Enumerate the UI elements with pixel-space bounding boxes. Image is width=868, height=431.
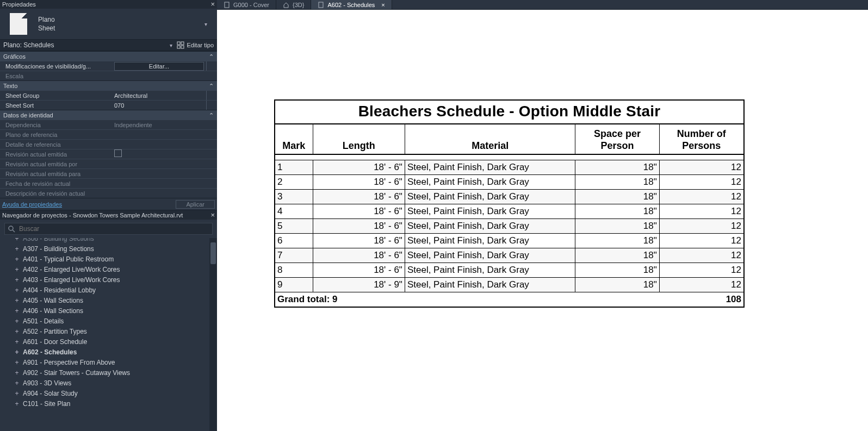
project-browser-header: Navegador de proyectos - Snowdon Towers … <box>0 210 217 220</box>
tree-scrollbar[interactable] <box>209 238 217 431</box>
schedule-grand-total: Grand total: 9 108 <box>275 292 743 307</box>
schedule-header-row: Mark Length Material Space perPerson Num… <box>275 124 743 155</box>
apply-button[interactable]: Aplicar <box>176 200 215 209</box>
expand-icon[interactable]: + <box>14 296 20 306</box>
schedule-row: 818' - 6"Steel, Paint Finish, Dark Gray1… <box>275 263 743 278</box>
type-name: Plano <box>38 15 200 24</box>
instance-label: Plano: Schedules <box>3 41 165 49</box>
search-input[interactable] <box>4 223 213 235</box>
expand-icon[interactable]: + <box>14 327 20 337</box>
schedule-table: Bleachers Schedule - Option Middle Stair… <box>274 99 745 308</box>
schedule-row: 518' - 6"Steel, Paint Finish, Dark Gray1… <box>275 219 743 234</box>
expand-icon[interactable]: + <box>14 378 20 389</box>
tree-item[interactable]: +A602 - Schedules <box>10 347 217 358</box>
sheet-sort-value[interactable]: 070 <box>114 101 204 110</box>
tree-item[interactable]: +A902 - Stair Towers - Cutaway Views <box>10 368 217 378</box>
tree-item[interactable]: +A307 - Building Sections <box>10 244 217 254</box>
properties-title: Propiedades <box>2 0 36 9</box>
tree-item[interactable]: +A903 - 3D Views <box>10 378 217 389</box>
edit-visibility-button[interactable]: Editar... <box>114 62 204 71</box>
schedule-row: 718' - 6"Steel, Paint Finish, Dark Gray1… <box>275 248 743 263</box>
sheet-icon <box>10 13 27 35</box>
svg-point-4 <box>9 226 13 230</box>
view-tab[interactable]: {3D} <box>276 0 311 9</box>
svg-rect-1 <box>181 42 184 45</box>
search-icon <box>8 225 15 233</box>
schedule-row: 618' - 6"Steel, Paint Finish, Dark Gray1… <box>275 234 743 248</box>
section-texto[interactable]: Texto⌃ <box>0 80 217 90</box>
expand-icon[interactable]: + <box>14 238 20 244</box>
tree-item[interactable]: +A904 - Solar Study <box>10 389 217 399</box>
sheet-icon <box>224 2 230 8</box>
expand-icon[interactable]: + <box>14 399 20 409</box>
schedule-row: 218' - 6"Steel, Paint Finish, Dark Gray1… <box>275 175 743 190</box>
expand-icon[interactable]: + <box>14 275 20 285</box>
tree-item[interactable]: +A901 - Perspective From Above <box>10 358 217 368</box>
header-number-of-persons: Number ofPersons <box>660 124 743 154</box>
tree-item[interactable]: +A403 - Enlarged Live/Work Cores <box>10 275 217 285</box>
properties-help-link[interactable]: Ayuda de propiedades <box>2 201 62 208</box>
tree-item[interactable]: +A406 - Wall Sections <box>10 306 217 316</box>
section-graficos[interactable]: Gráficos⌃ <box>0 51 217 61</box>
tree-item[interactable]: +A501 - Details <box>10 316 217 327</box>
tree-item[interactable]: +A405 - Wall Sections <box>10 296 217 306</box>
expand-icon[interactable]: + <box>14 265 20 275</box>
properties-panel-header: Propiedades × <box>0 0 217 9</box>
expand-icon[interactable]: + <box>14 337 20 347</box>
schedule-row: 418' - 6"Steel, Paint Finish, Dark Gray1… <box>275 204 743 219</box>
edit-type-icon <box>177 41 184 49</box>
svg-rect-6 <box>225 2 229 8</box>
tree-item[interactable]: +A401 - Typical Public Restroom <box>10 254 217 265</box>
close-icon[interactable]: × <box>381 2 385 8</box>
expand-icon[interactable]: + <box>14 316 20 327</box>
chevron-down-icon[interactable]: ▾ <box>200 21 212 27</box>
type-selector[interactable]: Plano Sheet ▾ <box>0 9 217 39</box>
expand-icon[interactable]: + <box>14 254 20 265</box>
schedule-row: 918' - 9"Steel, Paint Finish, Dark Gray1… <box>275 278 743 292</box>
collapse-icon: ⌃ <box>209 110 214 120</box>
sheet-icon <box>318 2 324 8</box>
header-space-per-person: Space perPerson <box>575 124 659 154</box>
section-identidad[interactable]: Datos de identidad⌃ <box>0 110 217 120</box>
tree-item[interactable]: +A306 - Building Sections <box>10 238 217 244</box>
collapse-icon: ⌃ <box>209 52 214 61</box>
tree-item[interactable]: +A402 - Enlarged Live/Work Cores <box>10 265 217 275</box>
type-sub: Sheet <box>38 24 200 33</box>
expand-icon[interactable]: + <box>14 347 20 358</box>
view-tab[interactable]: G000 - Cover <box>217 0 276 9</box>
expand-icon[interactable]: + <box>14 306 20 316</box>
expand-icon[interactable]: + <box>14 285 20 296</box>
sheet-canvas[interactable]: Bleachers Schedule - Option Middle Stair… <box>217 10 868 431</box>
expand-icon[interactable]: + <box>14 244 20 254</box>
expand-icon[interactable]: + <box>14 389 20 399</box>
svg-rect-3 <box>181 46 184 48</box>
sheet-group-value[interactable]: Architectural <box>114 91 204 100</box>
tree-item[interactable]: +A601 - Door Schedule <box>10 337 217 347</box>
view-tabs: G000 - Cover{3D}A602 - Schedules× <box>217 0 868 10</box>
close-icon[interactable]: × <box>210 0 215 9</box>
tree-item[interactable]: +C101 - Site Plan <box>10 399 217 409</box>
close-icon[interactable]: × <box>210 210 215 220</box>
schedule-row: 318' - 6"Steel, Paint Finish, Dark Gray1… <box>275 190 743 204</box>
view-tab[interactable]: A602 - Schedules× <box>311 0 392 9</box>
expand-icon[interactable]: + <box>14 368 20 378</box>
tree-item[interactable]: +A404 - Residential Lobby <box>10 285 217 296</box>
svg-rect-7 <box>319 2 323 8</box>
edit-type-button[interactable]: Editar tipo <box>177 41 214 49</box>
svg-rect-0 <box>177 42 180 45</box>
collapse-icon: ⌃ <box>209 81 214 90</box>
expand-icon[interactable]: + <box>14 358 20 368</box>
schedule-row: 118' - 6"Steel, Paint Finish, Dark Gray1… <box>275 160 743 175</box>
svg-line-5 <box>13 230 15 232</box>
chevron-down-icon[interactable]: ▾ <box>165 42 177 48</box>
svg-rect-2 <box>177 46 180 48</box>
project-tree[interactable]: +A306 - Building Sections+A307 - Buildin… <box>0 238 217 431</box>
revision-issued-checkbox[interactable] <box>114 149 122 157</box>
home-icon <box>283 2 289 8</box>
tree-item[interactable]: +A502 - Partition Types <box>10 327 217 337</box>
schedule-title: Bleachers Schedule - Option Middle Stair <box>275 101 743 124</box>
